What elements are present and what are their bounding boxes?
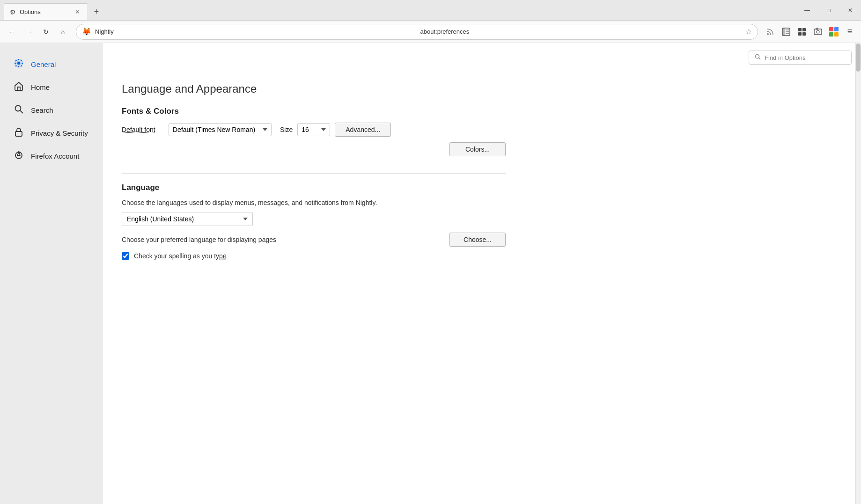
colors-button-row: Colors...: [122, 142, 506, 156]
browser-favicon: 🦊: [82, 27, 91, 36]
toolbar-icons: ≡: [764, 25, 856, 38]
sidebar-account-label: Firefox Account: [31, 152, 79, 160]
size-label: Size: [280, 126, 293, 133]
window-controls: — □ ✕: [796, 0, 861, 20]
find-options-bar: [103, 43, 861, 69]
main-container: General Home Search: [0, 43, 861, 504]
preferred-lang-row: Choose your preferred language for displ…: [122, 233, 506, 247]
svg-rect-6: [798, 28, 802, 31]
sidebar-item-search[interactable]: Search: [4, 99, 99, 121]
language-description: Choose the languages used to display men…: [122, 199, 506, 206]
choose-button[interactable]: Choose...: [449, 233, 506, 247]
colorful-icon[interactable]: [827, 25, 840, 38]
address-bar[interactable]: 🦊 Nightly about:preferences ☆: [76, 24, 758, 40]
browser-name-label: Nightly: [95, 28, 417, 35]
sidebar-item-home[interactable]: Home: [4, 76, 99, 98]
svg-point-0: [767, 33, 769, 35]
find-options-input[interactable]: [765, 54, 846, 61]
screenshot-icon[interactable]: [811, 25, 824, 38]
fonts-colors-section: Fonts & Colors Default font Default (Tim…: [122, 107, 506, 156]
svg-rect-7: [802, 28, 806, 31]
language-select-row: English (United States) English (British…: [122, 212, 506, 226]
privacy-icon: [13, 127, 24, 139]
spelling-label: Check your spelling as you type: [134, 252, 227, 260]
forward-button[interactable]: →: [22, 24, 37, 39]
default-font-label: Default font: [122, 126, 164, 133]
sidebar-item-account[interactable]: Firefox Account: [4, 145, 99, 167]
home-icon: [13, 81, 24, 94]
account-icon: [13, 150, 24, 162]
svg-point-17: [17, 62, 20, 65]
svg-point-21: [18, 152, 19, 153]
font-size-select[interactable]: 9101112 13141516 17182024: [297, 123, 330, 136]
tab-area: ⚙ Options ✕ +: [4, 0, 796, 20]
refresh-button[interactable]: ↻: [38, 24, 53, 39]
language-title: Language: [122, 183, 506, 192]
advanced-button[interactable]: Advanced...: [335, 123, 391, 137]
svg-rect-2: [782, 28, 785, 36]
fonts-colors-title: Fonts & Colors: [122, 107, 506, 116]
default-font-select[interactable]: Default (Times New Roman) Arial Georgia …: [169, 123, 272, 136]
title-bar: ⚙ Options ✕ + — □ ✕: [0, 0, 861, 21]
container-icon[interactable]: [795, 25, 809, 38]
scrollbar-thumb[interactable]: [856, 44, 861, 72]
nav-bar: ← → ↻ ⌂ 🦊 Nightly about:preferences ☆: [0, 21, 861, 43]
tab-icon: ⚙: [10, 8, 16, 16]
home-button[interactable]: ⌂: [55, 24, 70, 39]
maximize-button[interactable]: □: [818, 0, 839, 20]
general-icon: [13, 58, 24, 71]
svg-rect-10: [814, 29, 822, 35]
sidebar-item-privacy[interactable]: Privacy & Security: [4, 122, 99, 144]
minimize-button[interactable]: —: [796, 0, 818, 20]
search-nav-icon: [13, 104, 24, 117]
sidebar-search-label: Search: [31, 106, 53, 114]
spelling-checkbox-row: Check your spelling as you type: [122, 252, 506, 260]
svg-rect-14: [834, 27, 839, 31]
svg-line-23: [759, 58, 761, 60]
spelling-checkbox[interactable]: [122, 252, 129, 260]
feed-icon[interactable]: [764, 25, 777, 38]
colors-button[interactable]: Colors...: [449, 142, 506, 156]
svg-point-22: [756, 55, 759, 58]
sidebar: General Home Search: [0, 43, 103, 504]
content-inner: Language and Appearance Fonts & Colors D…: [103, 69, 524, 295]
sidebar-home-label: Home: [31, 83, 50, 91]
svg-line-19: [20, 110, 23, 113]
sidebar-general-label: General: [31, 60, 56, 68]
back-button[interactable]: ←: [5, 24, 20, 39]
content-area: Language and Appearance Fonts & Colors D…: [103, 43, 861, 504]
section-divider: [122, 173, 506, 174]
sidebar-toggle-icon[interactable]: [780, 25, 793, 38]
language-section: Language Choose the languages used to di…: [122, 183, 506, 260]
bookmark-star-icon[interactable]: ☆: [745, 27, 752, 36]
language-select[interactable]: English (United States) English (British…: [122, 212, 253, 226]
address-text: about:preferences: [420, 28, 742, 35]
svg-rect-20: [15, 131, 22, 136]
sidebar-item-general[interactable]: General: [4, 53, 99, 75]
active-tab[interactable]: ⚙ Options ✕: [4, 3, 88, 20]
sidebar-privacy-label: Privacy & Security: [31, 129, 88, 137]
find-options-container: [749, 51, 852, 65]
tab-title: Options: [20, 8, 69, 15]
menu-icon[interactable]: ≡: [843, 25, 856, 38]
svg-rect-8: [798, 32, 802, 36]
close-button[interactable]: ✕: [839, 0, 861, 20]
new-tab-button[interactable]: +: [88, 3, 105, 20]
scrollbar[interactable]: [855, 43, 861, 504]
section-title: Language and Appearance: [122, 82, 506, 95]
svg-rect-13: [829, 27, 833, 31]
font-row: Default font Default (Times New Roman) A…: [122, 123, 506, 137]
svg-rect-9: [802, 32, 806, 36]
find-search-icon: [755, 54, 761, 61]
svg-point-12: [817, 30, 819, 33]
svg-point-18: [15, 106, 21, 111]
tab-close-button[interactable]: ✕: [73, 7, 82, 16]
preferred-lang-label: Choose your preferred language for displ…: [122, 236, 276, 243]
svg-rect-15: [829, 32, 833, 37]
svg-rect-16: [834, 32, 839, 37]
